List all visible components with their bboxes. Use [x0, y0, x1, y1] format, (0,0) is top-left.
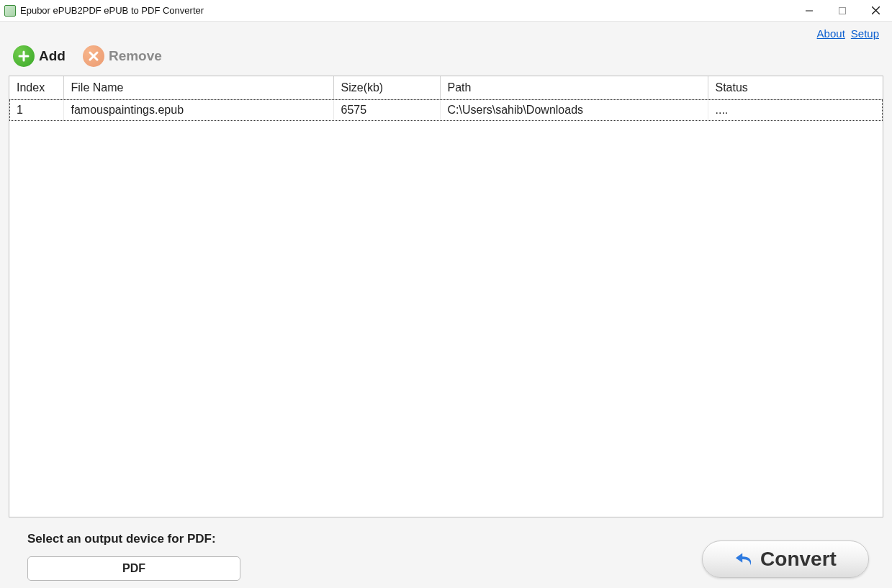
- toolbar: Add Remove: [9, 41, 883, 76]
- table-row[interactable]: 1 famouspaintings.epub 6575 C:\Users\sah…: [9, 99, 883, 121]
- setup-link[interactable]: Setup: [851, 27, 879, 40]
- file-grid: Index File Name Size(kb) Path Status 1 f…: [9, 76, 883, 517]
- column-header-index[interactable]: Index: [9, 76, 63, 99]
- svg-rect-1: [839, 7, 846, 14]
- cell-index: 1: [9, 99, 63, 121]
- undo-arrow-icon: [734, 549, 754, 569]
- column-header-status[interactable]: Status: [708, 76, 883, 99]
- convert-button[interactable]: Convert: [702, 540, 869, 578]
- cell-size: 6575: [333, 99, 440, 121]
- remove-button[interactable]: Remove: [83, 45, 162, 67]
- convert-button-label: Convert: [760, 548, 837, 571]
- output-device-select[interactable]: PDF: [27, 556, 240, 581]
- content-area: About Setup Add Remove Index File Name S…: [0, 22, 892, 588]
- close-button[interactable]: [859, 0, 892, 21]
- window-controls: [793, 0, 892, 21]
- title-left: Epubor ePUB2PDF ePUB to PDF Converter: [4, 5, 204, 17]
- column-header-filename[interactable]: File Name: [63, 76, 333, 99]
- remove-button-label: Remove: [109, 48, 162, 64]
- add-button-label: Add: [39, 48, 66, 64]
- add-button[interactable]: Add: [13, 45, 66, 67]
- cell-status: ....: [708, 99, 883, 121]
- column-header-path[interactable]: Path: [440, 76, 708, 99]
- about-link[interactable]: About: [817, 27, 845, 40]
- cell-path: C:\Users\sahib\Downloads: [440, 99, 708, 121]
- file-table: Index File Name Size(kb) Path Status 1 f…: [9, 76, 883, 121]
- plus-circle-icon: [13, 45, 35, 67]
- window-title: Epubor ePUB2PDF ePUB to PDF Converter: [20, 5, 204, 16]
- top-links: About Setup: [9, 22, 883, 41]
- maximize-button[interactable]: [826, 0, 859, 21]
- output-device-label: Select an output device for PDF:: [27, 532, 240, 546]
- x-circle-icon: [83, 45, 104, 67]
- cell-filename: famouspaintings.epub: [63, 99, 333, 121]
- output-block: Select an output device for PDF: PDF: [27, 532, 240, 581]
- table-header-row: Index File Name Size(kb) Path Status: [9, 76, 883, 99]
- footer: Select an output device for PDF: PDF Con…: [9, 517, 883, 588]
- title-bar: Epubor ePUB2PDF ePUB to PDF Converter: [0, 0, 892, 22]
- column-header-size[interactable]: Size(kb): [333, 76, 440, 99]
- app-icon: [4, 5, 16, 17]
- minimize-button[interactable]: [793, 0, 826, 21]
